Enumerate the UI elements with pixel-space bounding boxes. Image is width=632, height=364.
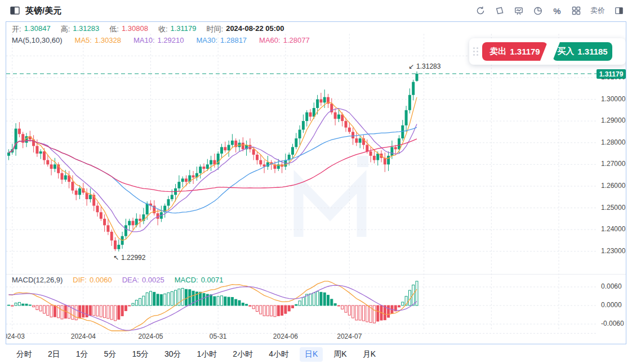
header-toolbar: % 卖价	[475, 6, 624, 16]
price-axis-label: 1.26000	[601, 182, 625, 190]
timeframe-tab[interactable]: 4小时	[264, 347, 294, 362]
price-axis-label: 1.23000	[601, 247, 625, 255]
macd-axis-label: 0.0000	[601, 301, 622, 309]
app-header: 英镑/美元	[0, 0, 632, 21]
low-annotation: ↖1.22992	[113, 254, 145, 262]
timeframe-tab[interactable]: 周K	[328, 347, 351, 362]
ma5-value: 1.30328	[95, 36, 121, 44]
sell-button[interactable]: 卖出1.31179	[482, 42, 548, 61]
high-value: 1.31283	[73, 24, 99, 34]
dea-value: 0.0025	[142, 276, 164, 284]
page-title: 英镑/美元	[25, 6, 61, 16]
macd-axis-label: 0.0060	[601, 282, 622, 290]
time-axis-label: 2024-03	[6, 332, 25, 340]
timeframe-bar: 分时2日1分5分15分30分1小时2小时4小时日K周K月K	[0, 344, 632, 364]
chart-board-icon[interactable]	[514, 6, 524, 16]
timeframe-tab[interactable]: 日K	[300, 347, 323, 362]
time-axis-label: 2024-05	[138, 332, 163, 340]
timeframe-tab[interactable]: 15分	[127, 347, 154, 362]
drag-handle-icon[interactable]	[473, 47, 478, 56]
price-axis-label: 1.29000	[601, 116, 625, 124]
open-value: 1.30847	[24, 24, 51, 34]
buy-button[interactable]: 买入1.31185	[553, 42, 612, 61]
timeframe-tab[interactable]: 1分	[71, 347, 94, 362]
grid-layout-icon[interactable]	[571, 6, 581, 16]
time-axis-label: 2024-06	[273, 332, 298, 340]
low-value: 1.30808	[122, 24, 148, 34]
price-axis-label: 1.27000	[601, 160, 625, 168]
chart-panel: 开:1.30847 高:1.31283 低:1.30808 收:1.31179 …	[6, 21, 626, 344]
panel-right-icon[interactable]	[614, 6, 624, 16]
timeframe-tab[interactable]: 2日	[43, 347, 65, 362]
pie-chart-icon[interactable]	[533, 6, 543, 16]
timeframe-tab[interactable]: 30分	[159, 347, 186, 362]
ma-legend: MA(5,10,30,60) MA5:1.30328 MA10:1.29210 …	[12, 36, 310, 44]
ma10-value: 1.29210	[158, 36, 184, 44]
high-annotation: ↙1.31283	[408, 62, 440, 70]
ma60-value: 1.28077	[283, 36, 310, 44]
dif-value: 0.0060	[90, 276, 112, 284]
timeframe-tab[interactable]: 分时	[11, 347, 37, 362]
price-axis-label: 1.30000	[601, 95, 625, 103]
timeframe-tab[interactable]: 月K	[358, 347, 381, 362]
sell-price-toggle[interactable]: 卖价	[590, 6, 605, 16]
axes-layer: 开:1.30847 高:1.31283 低:1.30808 收:1.31179 …	[6, 22, 626, 344]
current-price-tag: 1.31179	[597, 69, 626, 79]
timeframe-tab[interactable]: 2小时	[228, 347, 258, 362]
percent-icon[interactable]: %	[552, 6, 562, 16]
macd-legend: MACD(12,26,9) DIF:0.0060 DEA:0.0025 MACD…	[12, 276, 223, 284]
time-axis-label: 2024-04	[71, 332, 96, 340]
time-value: 2024-08-22 05:00	[226, 24, 284, 34]
close-value: 1.31179	[171, 24, 197, 34]
ma30-value: 1.28817	[220, 36, 247, 44]
timeframe-tab[interactable]: 5分	[99, 347, 122, 362]
price-axis-label: 1.24000	[601, 225, 625, 233]
ohlc-bar: 开:1.30847 高:1.31283 低:1.30808 收:1.31179 …	[12, 24, 284, 34]
draw-icon[interactable]	[495, 6, 505, 16]
arrow-icon: ↙	[408, 62, 414, 70]
panel-left-icon[interactable]	[10, 6, 20, 16]
price-axis-label: 1.28000	[601, 138, 625, 146]
time-axis-label: 2024-07	[337, 332, 362, 340]
timeframe-tab[interactable]: 1小时	[192, 347, 222, 362]
refresh-icon[interactable]	[475, 6, 486, 16]
trade-widget: 卖出1.31179 买入1.31185	[469, 38, 626, 65]
price-axis-label: 1.25000	[601, 204, 625, 212]
time-axis-label: 05-31	[210, 332, 227, 340]
macd-axis-label: -0.0060	[601, 320, 624, 327]
arrow-icon: ↖	[113, 254, 119, 262]
macd-value: 0.0071	[201, 276, 224, 284]
